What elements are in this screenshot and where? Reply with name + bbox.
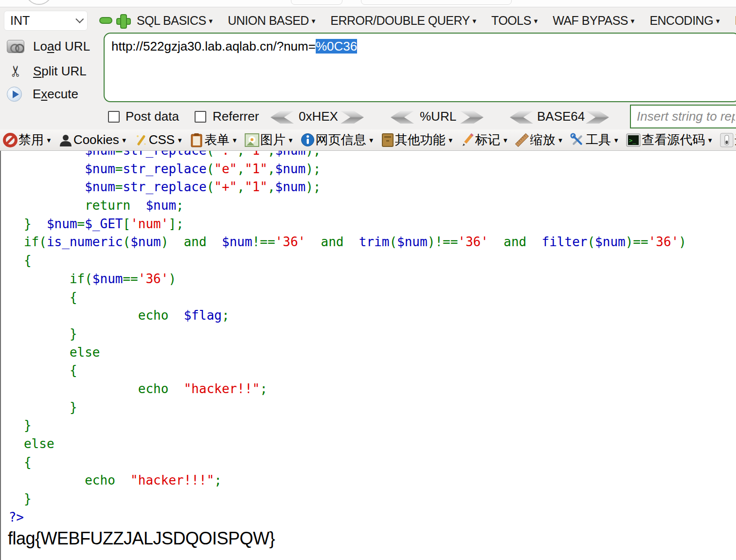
load-url-button[interactable]: Load URL bbox=[7, 39, 90, 54]
code-line: if(is_numeric($num) and $num!=='36' and … bbox=[1, 233, 736, 252]
url-decode-arrow-icon[interactable] bbox=[391, 110, 414, 124]
css-wand-icon bbox=[134, 133, 148, 147]
toolbar-resize[interactable]: 缩放▼ bbox=[515, 131, 563, 148]
hackbar-action-row: Post data Referrer 0xHEX %URL BASE64 bbox=[0, 105, 736, 130]
block-icon bbox=[3, 133, 18, 147]
caret-down-icon: ▼ bbox=[533, 18, 539, 25]
caret-down-icon: ▼ bbox=[177, 137, 183, 144]
pencil-icon bbox=[461, 133, 474, 147]
chevron-down-icon bbox=[75, 15, 84, 23]
menu-encoding[interactable]: ENCODING▼ bbox=[649, 14, 720, 28]
code-line: { bbox=[1, 453, 736, 472]
toolbar-images[interactable]: 图片▼ bbox=[245, 131, 294, 148]
caret-down-icon: ▼ bbox=[310, 18, 316, 25]
code-line: } bbox=[1, 490, 736, 508]
hex-label: 0xHEX bbox=[299, 109, 338, 124]
caret-down-icon: ▼ bbox=[629, 18, 635, 25]
hackbar-panel: INT SQL BASICS▼ UNION BASED▼ ERROR/DOUBL… bbox=[0, 7, 736, 129]
code-line: ?> bbox=[1, 508, 736, 527]
browser-button-remnant bbox=[25, 0, 53, 5]
clipboard-icon bbox=[190, 133, 203, 147]
toolbar-disable[interactable]: 禁用▼ bbox=[3, 131, 52, 148]
caret-down-icon: ▼ bbox=[368, 137, 375, 144]
code-line: if($num=='36') bbox=[1, 270, 736, 289]
caret-down-icon: ▼ bbox=[715, 18, 720, 25]
profile-select-value: INT bbox=[10, 14, 30, 28]
insert-string-input[interactable] bbox=[630, 105, 736, 128]
terminal-icon: >_ bbox=[626, 133, 641, 147]
toolbar-options[interactable]: 选项▼ bbox=[720, 131, 736, 148]
menu-sql-basics[interactable]: SQL BASICS▼ bbox=[137, 14, 214, 28]
code-line: } bbox=[1, 325, 736, 343]
hackbar-menus: SQL BASICS▼ UNION BASED▼ ERROR/DOUBLE QU… bbox=[137, 14, 736, 28]
toolbar-css[interactable]: CSS▼ bbox=[134, 132, 183, 147]
caret-down-icon: ▼ bbox=[557, 137, 563, 144]
toolbar-forms[interactable]: 表单▼ bbox=[190, 131, 238, 148]
php-code: $num=str_replace(".","1",$num); $num=str… bbox=[1, 151, 736, 526]
caret-down-icon: ▼ bbox=[208, 18, 214, 25]
url-text: http://522gzja30.lab.aqlab.cn/?num= bbox=[111, 39, 316, 54]
info-icon bbox=[301, 133, 315, 147]
code-line: { bbox=[1, 289, 736, 307]
searchbar-remnant bbox=[361, 0, 512, 5]
post-data-checkbox[interactable] bbox=[108, 111, 120, 123]
toolbar-cookies[interactable]: Cookies▼ bbox=[59, 132, 127, 147]
menu-error-double-query[interactable]: ERROR/DOUBLE QUERY▼ bbox=[330, 14, 477, 28]
hex-decode-arrow-icon[interactable] bbox=[270, 110, 294, 124]
person-icon bbox=[59, 133, 72, 147]
url-encode-arrow-icon[interactable] bbox=[460, 110, 484, 124]
play-icon bbox=[7, 87, 22, 102]
browser-chrome-strip bbox=[0, 0, 736, 7]
load-url-icon bbox=[7, 40, 24, 53]
post-data-label: Post data bbox=[126, 109, 179, 124]
code-line: } $num=$_GET['num']; bbox=[1, 215, 736, 234]
code-line: else bbox=[1, 343, 736, 362]
flag-text: flag{WEBFUZZJALJSDQOISPQW} bbox=[8, 528, 736, 549]
menu-waf-bypass[interactable]: WAF BYPASS▼ bbox=[553, 14, 635, 28]
url-selected-text: %0C36 bbox=[316, 39, 357, 54]
code-line: return $num; bbox=[1, 197, 736, 215]
remove-profile-button[interactable] bbox=[99, 17, 112, 24]
execute-button[interactable]: Execute bbox=[7, 87, 78, 102]
menu-tools[interactable]: TOOLS▼ bbox=[491, 14, 539, 28]
caret-down-icon: ▼ bbox=[613, 137, 619, 144]
hex-encode-arrow-icon[interactable] bbox=[341, 110, 364, 124]
base64-encode-arrow-icon[interactable] bbox=[586, 110, 609, 124]
toolbar-misc[interactable]: 其他功能▼ bbox=[381, 131, 454, 148]
profile-select[interactable]: INT bbox=[4, 11, 88, 31]
code-line: { bbox=[1, 361, 736, 380]
caret-down-icon: ▼ bbox=[121, 137, 127, 144]
webdev-toolbar: 禁用▼ Cookies▼ CSS▼ 表单▼ 图片▼ 网页信息▼ 其他功能▼ 标记… bbox=[0, 129, 736, 151]
code-line: $num=str_replace(".","1",$num); bbox=[1, 151, 736, 160]
split-url-button[interactable]: ✂ Split URL bbox=[7, 62, 87, 80]
toolbar-view-source[interactable]: >_ 查看源代码▼ bbox=[626, 131, 713, 148]
code-line: else bbox=[1, 435, 736, 453]
code-line: $num=str_replace("+","1",$num); bbox=[1, 178, 736, 197]
base64-decode-arrow-icon[interactable] bbox=[510, 110, 533, 124]
caret-down-icon: ▼ bbox=[232, 137, 238, 144]
menu-union-based[interactable]: UNION BASED▼ bbox=[228, 14, 316, 28]
toolbar-tools[interactable]: 工具▼ bbox=[570, 131, 619, 148]
add-profile-button[interactable] bbox=[116, 14, 129, 27]
toolbar-outline[interactable]: 标记▼ bbox=[461, 131, 509, 148]
referrer-checkbox[interactable] bbox=[195, 111, 206, 123]
caret-down-icon: ▼ bbox=[448, 137, 454, 144]
caret-down-icon: ▼ bbox=[707, 137, 713, 144]
code-line: $num=str_replace("e","1",$num); bbox=[1, 160, 736, 179]
code-line: echo "hacker!!"; bbox=[1, 380, 736, 398]
base64-label: BASE64 bbox=[537, 109, 585, 124]
code-line: echo "hacker!!!"; bbox=[1, 471, 736, 490]
url-label: %URL bbox=[420, 109, 456, 124]
switch-icon bbox=[720, 133, 734, 147]
svg-text:>_: >_ bbox=[629, 137, 636, 144]
code-line: { bbox=[1, 252, 736, 270]
page-content: $num=str_replace(".","1",$num); $num=str… bbox=[0, 151, 736, 560]
image-icon bbox=[245, 133, 259, 147]
url-textarea[interactable]: http://522gzja30.lab.aqlab.cn/?num=%0C36 bbox=[104, 33, 736, 102]
drawer-icon bbox=[381, 133, 394, 147]
scissors-icon: ✂ bbox=[7, 62, 24, 80]
caret-down-icon: ▼ bbox=[46, 137, 52, 144]
ruler-icon bbox=[515, 133, 529, 147]
toolbar-page-info[interactable]: 网页信息▼ bbox=[301, 131, 375, 148]
hackbar-menu-row: INT SQL BASICS▼ UNION BASED▼ ERROR/DOUBL… bbox=[0, 9, 736, 32]
